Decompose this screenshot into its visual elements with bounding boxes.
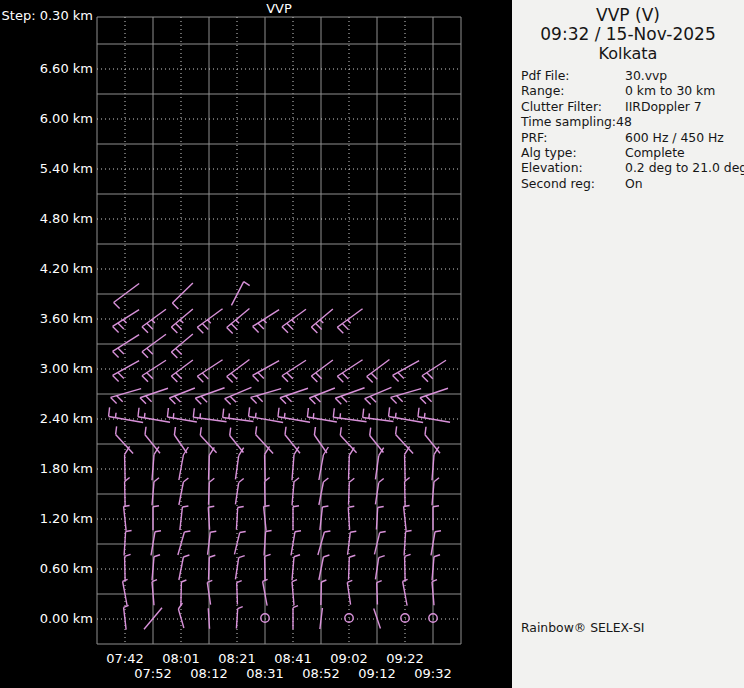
y-axis-label: 0.60 km — [0, 561, 93, 576]
info-row-prf: PRF:600 Hz / 450 Hz — [521, 130, 742, 145]
plot-title: VVP — [97, 1, 461, 16]
info-row-pdf-file: Pdf File:30.vvp — [521, 68, 742, 83]
panel-datetime: 09:32 / 15-Nov-2025 — [512, 25, 744, 44]
x-axis-label: 09:22 — [377, 651, 433, 666]
x-axis-label: 09:02 — [321, 651, 377, 666]
panel-site: Kolkata — [512, 44, 744, 63]
y-axis-label: 4.20 km — [0, 261, 93, 276]
radar-application-window: { "plot": { "title": "VVP", "step_label"… — [0, 0, 744, 688]
x-axis-label: 08:52 — [293, 666, 349, 681]
wind-barb-chart — [0, 0, 512, 688]
y-axis-label: 6.00 km — [0, 111, 93, 126]
y-axis-label: 2.40 km — [0, 411, 93, 426]
y-axis-label: 1.80 km — [0, 461, 93, 476]
vvp-chart-pane: VVP Step: 0.30 km 6.60 km 6.00 km 5.40 k… — [0, 0, 512, 688]
info-row-time-sampling: Time sampling:48 — [521, 114, 742, 129]
y-axis-label: 3.60 km — [0, 311, 93, 326]
x-axis-label: 08:31 — [237, 666, 293, 681]
scan-parameters: Pdf File:30.vvp Range:0 km to 30 km Clut… — [512, 68, 744, 191]
brand-footer: Rainbow® SELEX-SI — [521, 620, 644, 635]
y-axis-label: 6.60 km — [0, 61, 93, 76]
info-row-clutter-filter: Clutter Filter:IIRDoppler 7 — [521, 99, 742, 114]
panel-title: VVP (V) — [512, 6, 744, 25]
info-row-second-reg: Second reg:On — [521, 176, 742, 191]
y-axis-label: 5.40 km — [0, 161, 93, 176]
x-axis-label: 09:12 — [349, 666, 405, 681]
x-axis-label: 07:42 — [97, 651, 153, 666]
step-label: Step: 0.30 km — [0, 8, 93, 23]
x-axis-label: 07:52 — [125, 666, 181, 681]
y-axis-label: 3.00 km — [0, 361, 93, 376]
info-row-alg-type: Alg type:Complete — [521, 145, 742, 160]
info-row-range: Range:0 km to 30 km — [521, 83, 742, 98]
x-axis-label: 08:01 — [153, 651, 209, 666]
y-axis-label: 0.00 km — [0, 611, 93, 626]
y-axis-label: 1.20 km — [0, 511, 93, 526]
y-axis-label: 4.80 km — [0, 211, 93, 226]
x-axis-label: 08:12 — [181, 666, 237, 681]
x-axis-label: 09:32 — [405, 666, 461, 681]
info-row-elevation: Elevation:0.2 deg to 21.0 deg — [521, 160, 742, 175]
info-panel: VVP (V) 09:32 / 15-Nov-2025 Kolkata Pdf … — [512, 0, 744, 688]
x-axis-label: 08:21 — [209, 651, 265, 666]
x-axis-label: 08:41 — [265, 651, 321, 666]
